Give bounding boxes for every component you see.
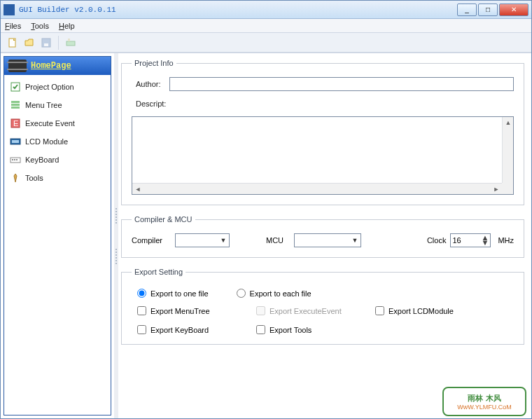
descript-textarea[interactable]: ▲ ◄► [132,116,514,195]
checkbox-keyboard-label: Export KeyBoard [150,326,209,334]
clock-value: 16 [452,236,481,245]
scroll-corner [502,183,513,194]
svg-rect-8 [11,107,20,109]
watermark-line1: 雨林 木风 [468,393,500,404]
checkbox-lcdmodule-input[interactable] [375,306,384,315]
watermark-badge: 雨林 木风 WwW.YLMFU.CoM [442,387,526,416]
spin-down-icon[interactable]: ▼ [482,240,489,245]
checkbox-export-menutree[interactable]: Export MenuTree [137,306,256,315]
sidebar-item-execute-event[interactable]: E Execute Event [6,114,109,132]
chip-icon [8,60,27,72]
compiler-combobox[interactable]: ▼ [175,233,230,247]
author-input[interactable] [169,77,514,91]
lcd-module-icon [10,136,21,147]
radio-export-one-file[interactable]: Export to one file [137,289,209,298]
sidebar: HomePage Project Option Menu Tree E Exec… [4,56,111,415]
checkbox-export-lcdmodule[interactable]: Export LCDModule [375,306,494,315]
mcu-combobox[interactable]: ▼ [294,233,361,247]
scroll-up-icon[interactable]: ▲ [503,117,514,128]
sidebar-item-label: Project Option [25,83,74,91]
project-info-legend: Project Info [132,59,176,67]
svg-rect-2 [44,43,48,46]
compiler-mcu-group: Compiler & MCU Compiler ▼ MCU ▼ Clock 16… [121,215,524,258]
sidebar-item-keyboard[interactable]: KeyBoard [6,151,109,169]
svg-text:E: E [13,119,18,128]
sidebar-item-project-option[interactable]: Project Option [6,78,109,96]
open-folder-button[interactable] [22,35,37,50]
save-button[interactable] [38,35,54,50]
radio-export-each-label: Export to each file [250,289,312,298]
svg-rect-6 [11,101,20,103]
radio-export-one-input[interactable] [137,289,146,298]
checkbox-lcdmodule-label: Export LCDModule [388,307,454,315]
window-title: GUI Builder v2.0.0.11 [19,6,457,14]
checkbox-execevent-label: Export ExecuteEvent [270,307,342,315]
maximize-button[interactable]: □ [478,4,498,16]
sidebar-header[interactable]: HomePage [4,57,111,75]
build-button[interactable] [63,35,78,50]
clock-spinner[interactable]: 16 ▲▼ [450,233,491,247]
tools-icon [10,172,21,184]
toolbar [1,33,531,53]
project-info-group: Project Info Author: Descript: ▲ ◄► [121,59,524,205]
scroll-left-icon[interactable]: ◄ [132,184,144,195]
radio-export-one-label: Export to one file [150,289,209,298]
menu-tree-icon [10,99,21,111]
sidebar-list: Project Option Menu Tree E Execute Event… [4,75,111,190]
descript-label: Descript: [132,99,165,108]
menu-files[interactable]: Files [5,22,21,30]
build-icon [65,37,76,48]
compiler-label: Compiler [132,236,171,245]
scroll-right-icon[interactable]: ► [491,184,502,195]
app-icon [4,4,15,15]
menu-tools[interactable]: Tools [31,22,49,30]
export-setting-group: Export Setting Export to one file Export… [121,268,524,345]
keyboard-icon [10,154,21,165]
watermark-line2: WwW.YLMFU.CoM [457,404,512,411]
sidebar-item-tools[interactable]: Tools [6,169,109,187]
save-icon [41,37,52,48]
svg-rect-14 [12,159,13,160]
checkbox-menutree-input[interactable] [137,306,146,315]
sidebar-item-menu-tree[interactable]: Menu Tree [6,96,109,114]
new-file-button[interactable] [5,35,20,50]
descript-scroll-horizontal[interactable]: ◄► [132,183,502,194]
project-option-icon [10,81,21,92]
sidebar-item-label: Tools [25,174,43,182]
sidebar-title: HomePage [31,61,71,71]
app-window: GUI Builder v2.0.0.11 _ □ ✕ Files Tools … [0,0,532,419]
sidebar-wrap: HomePage Project Option Menu Tree E Exec… [1,53,114,418]
clock-label: Clock [416,236,446,245]
chevron-down-icon: ▼ [351,237,359,244]
checkbox-keyboard-input[interactable] [137,325,146,334]
checkbox-menutree-label: Export MenuTree [150,307,210,315]
checkbox-export-tools[interactable]: Export Tools [256,325,375,334]
sidebar-item-label: LCD Module [25,137,68,146]
svg-rect-15 [14,159,15,160]
window-buttons: _ □ ✕ [457,4,528,16]
titlebar: GUI Builder v2.0.0.11 _ □ ✕ [1,1,531,19]
minimize-button[interactable]: _ [457,4,477,16]
checkbox-export-keyboard[interactable]: Export KeyBoard [137,325,256,334]
radio-export-each-file[interactable]: Export to each file [237,289,312,298]
execute-event-icon: E [10,118,21,129]
menubar: Files Tools Help [1,19,531,33]
menu-help[interactable]: Help [59,22,75,30]
sidebar-item-label: KeyBoard [25,156,59,164]
author-label: Author: [132,80,165,88]
checkbox-tools-label: Export Tools [270,326,312,334]
close-button[interactable]: ✕ [499,4,528,16]
descript-scroll-vertical[interactable]: ▲ [502,117,513,183]
toolbar-separator [58,36,59,50]
svg-rect-3 [66,41,75,46]
radio-export-each-input[interactable] [237,289,246,298]
checkbox-execevent-input [256,306,265,315]
sidebar-item-lcd-module[interactable]: LCD Module [6,132,109,151]
compiler-mcu-legend: Compiler & MCU [132,215,195,224]
svg-rect-12 [12,140,19,143]
checkbox-tools-input[interactable] [256,325,265,334]
sidebar-item-label: Execute Event [25,119,75,128]
export-setting-legend: Export Setting [132,268,186,276]
chevron-down-icon: ▼ [219,237,227,244]
sidebar-item-label: Menu Tree [25,101,62,109]
